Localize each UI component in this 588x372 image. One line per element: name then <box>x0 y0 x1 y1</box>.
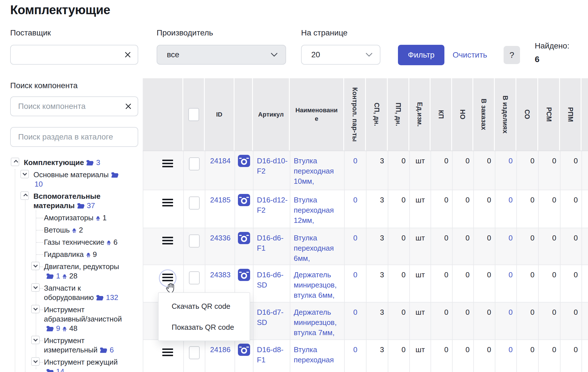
checkbox-cell[interactable] <box>184 340 205 372</box>
article-link[interactable]: D16-d6-F1 <box>253 228 290 265</box>
camera-icon[interactable] <box>238 269 250 281</box>
drag-handle-icon[interactable] <box>162 348 173 372</box>
checkbox-cell[interactable] <box>184 228 205 265</box>
tree-item-label[interactable]: Ветошь <box>44 226 70 234</box>
tree-caret-collapse[interactable] <box>11 158 19 166</box>
name-link[interactable]: Держатель минирезцов, втулка 7мм, <box>290 303 345 340</box>
manufacturer-select[interactable]: все <box>157 45 286 65</box>
tree-caret-expand[interactable] <box>31 357 40 366</box>
tree-item-label[interactable]: Основные материалы <box>33 170 109 179</box>
name-link[interactable]: Втулка переходная 10мм, <box>290 151 345 190</box>
checkbox-cell[interactable] <box>184 190 205 228</box>
in-products-link[interactable]: 0 <box>495 151 517 190</box>
tree-item[interactable]: Газы технические6 <box>10 236 125 248</box>
tree-item[interactable]: Инструмент измерительный6 <box>10 335 125 356</box>
row-checkbox[interactable] <box>189 234 200 248</box>
tree-item[interactable]: Запчасти к оборудованию132 <box>10 282 125 304</box>
name-link[interactable]: Втулка переходная 12мм, <box>290 190 345 228</box>
filter-button[interactable]: Фильтр <box>398 45 444 65</box>
tree-item-label[interactable]: Инструмент измерительный <box>44 336 97 354</box>
tree-item-label[interactable]: Газы технические <box>44 238 104 246</box>
folder-count[interactable]: 10 <box>35 180 43 188</box>
article-link[interactable]: D16-d8-F1 <box>253 340 290 372</box>
per-page-select[interactable]: 20 <box>301 45 380 65</box>
article-link[interactable]: D16-d10-F2 <box>253 151 290 190</box>
control-party-link[interactable]: 0 <box>345 228 367 265</box>
tree-caret-expand[interactable] <box>31 305 40 313</box>
in-products-link[interactable]: 0 <box>495 265 517 303</box>
in-products-link[interactable]: 0 <box>495 228 517 265</box>
tree-item[interactable]: Основные материалы10 <box>10 169 125 190</box>
folder-count[interactable]: 9 <box>56 324 60 333</box>
drag-handle-icon[interactable] <box>162 160 173 190</box>
folder-count[interactable]: 6 <box>110 346 114 354</box>
control-party-link[interactable]: 0 <box>345 265 367 303</box>
id-link[interactable]: 24336 <box>205 228 235 265</box>
drag-cell[interactable] <box>143 228 184 265</box>
tree-item-label[interactable]: Комплектующие <box>24 158 84 167</box>
help-button[interactable]: ? <box>504 46 520 64</box>
clear-supplier-icon[interactable] <box>124 51 131 58</box>
in-products-link[interactable]: 0 <box>495 340 517 372</box>
tree-caret-collapse[interactable] <box>20 191 29 200</box>
tree-caret-expand[interactable] <box>31 262 40 270</box>
camera-icon[interactable] <box>238 344 250 356</box>
tree-item-label[interactable]: Амортизаторы <box>44 214 93 222</box>
name-link[interactable]: Держатель минирезцов, втулка 6мм, <box>290 265 345 303</box>
camera-icon[interactable] <box>238 194 250 206</box>
supplier-input[interactable] <box>11 45 124 64</box>
tree-caret-expand[interactable] <box>31 283 40 292</box>
tree-item[interactable]: Инструмент режущий14 <box>10 356 125 372</box>
tree-item[interactable]: Вспомогательные материалы37 <box>10 190 125 212</box>
name-link[interactable]: Втулка переходная 6мм, <box>290 228 345 265</box>
in-products-link[interactable]: 0 <box>495 303 517 340</box>
tree-item[interactable]: Амортизаторы1 <box>10 212 125 224</box>
control-party-link[interactable]: 0 <box>345 190 367 228</box>
control-party-link[interactable]: 0 <box>345 151 367 190</box>
camera-icon[interactable] <box>238 155 250 167</box>
clear-component-search-icon[interactable] <box>125 103 132 110</box>
folder-count[interactable]: 3 <box>96 158 100 167</box>
drag-handle-icon[interactable] <box>162 237 173 265</box>
folder-count[interactable]: 37 <box>87 201 95 210</box>
drag-cell[interactable] <box>143 190 184 228</box>
row-checkbox[interactable] <box>189 346 200 359</box>
drag-cell[interactable] <box>143 151 184 190</box>
row-checkbox[interactable] <box>189 196 200 210</box>
drag-cell[interactable] <box>143 340 184 372</box>
checkbox-cell[interactable] <box>184 151 205 190</box>
camera-icon[interactable] <box>238 232 250 244</box>
photo-cell[interactable] <box>235 151 253 190</box>
clear-filters-link[interactable]: Очистить <box>453 50 487 60</box>
tree-item[interactable]: Комплектующие3 <box>10 157 125 169</box>
article-link[interactable]: D16-d12-F2 <box>253 190 290 228</box>
name-link[interactable]: Втулка переходная <box>290 340 345 372</box>
tree-item-label[interactable]: Инструмент режущий <box>44 358 118 366</box>
photo-cell[interactable] <box>235 228 253 265</box>
menu-item-download-qr[interactable]: Скачать QR code <box>159 296 250 317</box>
control-party-link[interactable]: 0 <box>345 303 367 340</box>
control-party-link[interactable]: 0 <box>345 340 367 372</box>
component-search-input[interactable] <box>18 102 125 111</box>
article-link[interactable]: D16-d6-SD <box>253 265 290 303</box>
tree-item[interactable]: Двигатели, редукторы128 <box>10 261 125 282</box>
tree-item[interactable]: Инструмент абразивный/зачистной948 <box>10 304 125 335</box>
folder-count[interactable]: 132 <box>106 293 118 302</box>
in-products-link[interactable]: 0 <box>495 190 517 228</box>
menu-item-show-qr[interactable]: Показать QR code <box>159 317 250 338</box>
photo-cell[interactable] <box>235 340 253 372</box>
tree-item-label[interactable]: Запчасти к оборудованию <box>44 284 94 302</box>
tree-item[interactable]: Гидравлика9 <box>10 248 125 261</box>
folder-count[interactable]: 14 <box>56 367 64 372</box>
id-link[interactable]: 24186 <box>205 340 235 372</box>
row-checkbox[interactable] <box>189 271 200 284</box>
catalog-search-input[interactable] <box>18 132 132 141</box>
article-link[interactable]: D16-d7-SD <box>253 303 290 340</box>
row-checkbox[interactable] <box>189 157 200 170</box>
tree-caret-expand[interactable] <box>31 336 40 344</box>
photo-cell[interactable] <box>235 190 253 228</box>
tree-item-label[interactable]: Инструмент абразивный/зачистной <box>44 305 122 323</box>
select-all-checkbox[interactable] <box>188 108 199 121</box>
drag-handle-icon[interactable] <box>162 199 173 228</box>
id-link[interactable]: 24185 <box>205 190 235 228</box>
